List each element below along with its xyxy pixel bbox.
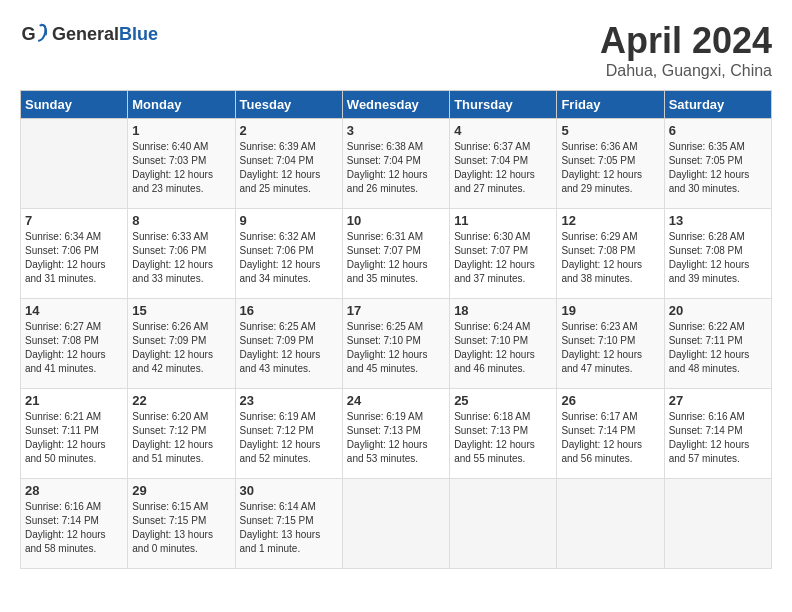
- day-info: Sunrise: 6:29 AMSunset: 7:08 PMDaylight:…: [561, 230, 659, 286]
- logo: G GeneralBlue: [20, 20, 158, 48]
- day-number: 21: [25, 393, 123, 408]
- calendar-cell: 22Sunrise: 6:20 AMSunset: 7:12 PMDayligh…: [128, 389, 235, 479]
- day-info: Sunrise: 6:37 AMSunset: 7:04 PMDaylight:…: [454, 140, 552, 196]
- calendar-cell: 15Sunrise: 6:26 AMSunset: 7:09 PMDayligh…: [128, 299, 235, 389]
- day-info: Sunrise: 6:38 AMSunset: 7:04 PMDaylight:…: [347, 140, 445, 196]
- logo-text: GeneralBlue: [52, 24, 158, 45]
- day-info: Sunrise: 6:36 AMSunset: 7:05 PMDaylight:…: [561, 140, 659, 196]
- calendar-cell: [450, 479, 557, 569]
- weekday-row: SundayMondayTuesdayWednesdayThursdayFrid…: [21, 91, 772, 119]
- calendar-cell: 16Sunrise: 6:25 AMSunset: 7:09 PMDayligh…: [235, 299, 342, 389]
- calendar-cell: 9Sunrise: 6:32 AMSunset: 7:06 PMDaylight…: [235, 209, 342, 299]
- day-number: 1: [132, 123, 230, 138]
- calendar-cell: 26Sunrise: 6:17 AMSunset: 7:14 PMDayligh…: [557, 389, 664, 479]
- day-number: 22: [132, 393, 230, 408]
- day-info: Sunrise: 6:26 AMSunset: 7:09 PMDaylight:…: [132, 320, 230, 376]
- day-number: 12: [561, 213, 659, 228]
- calendar-cell: 13Sunrise: 6:28 AMSunset: 7:08 PMDayligh…: [664, 209, 771, 299]
- day-info: Sunrise: 6:28 AMSunset: 7:08 PMDaylight:…: [669, 230, 767, 286]
- calendar-cell: 12Sunrise: 6:29 AMSunset: 7:08 PMDayligh…: [557, 209, 664, 299]
- day-info: Sunrise: 6:32 AMSunset: 7:06 PMDaylight:…: [240, 230, 338, 286]
- day-number: 9: [240, 213, 338, 228]
- day-number: 30: [240, 483, 338, 498]
- calendar-cell: 30Sunrise: 6:14 AMSunset: 7:15 PMDayligh…: [235, 479, 342, 569]
- svg-text:G: G: [21, 24, 35, 44]
- calendar-cell: 20Sunrise: 6:22 AMSunset: 7:11 PMDayligh…: [664, 299, 771, 389]
- calendar-cell: 5Sunrise: 6:36 AMSunset: 7:05 PMDaylight…: [557, 119, 664, 209]
- calendar-week-row: 28Sunrise: 6:16 AMSunset: 7:14 PMDayligh…: [21, 479, 772, 569]
- day-number: 15: [132, 303, 230, 318]
- month-title: April 2024: [600, 20, 772, 62]
- calendar-cell: 3Sunrise: 6:38 AMSunset: 7:04 PMDaylight…: [342, 119, 449, 209]
- calendar-cell: 24Sunrise: 6:19 AMSunset: 7:13 PMDayligh…: [342, 389, 449, 479]
- day-number: 26: [561, 393, 659, 408]
- logo-blue: Blue: [119, 24, 158, 44]
- calendar-cell: 2Sunrise: 6:39 AMSunset: 7:04 PMDaylight…: [235, 119, 342, 209]
- day-number: 2: [240, 123, 338, 138]
- day-info: Sunrise: 6:20 AMSunset: 7:12 PMDaylight:…: [132, 410, 230, 466]
- calendar-cell: 7Sunrise: 6:34 AMSunset: 7:06 PMDaylight…: [21, 209, 128, 299]
- day-info: Sunrise: 6:31 AMSunset: 7:07 PMDaylight:…: [347, 230, 445, 286]
- day-number: 6: [669, 123, 767, 138]
- day-number: 27: [669, 393, 767, 408]
- day-number: 3: [347, 123, 445, 138]
- day-info: Sunrise: 6:19 AMSunset: 7:13 PMDaylight:…: [347, 410, 445, 466]
- calendar-cell: 28Sunrise: 6:16 AMSunset: 7:14 PMDayligh…: [21, 479, 128, 569]
- day-info: Sunrise: 6:33 AMSunset: 7:06 PMDaylight:…: [132, 230, 230, 286]
- calendar-header: SundayMondayTuesdayWednesdayThursdayFrid…: [21, 91, 772, 119]
- calendar-cell: 10Sunrise: 6:31 AMSunset: 7:07 PMDayligh…: [342, 209, 449, 299]
- day-info: Sunrise: 6:14 AMSunset: 7:15 PMDaylight:…: [240, 500, 338, 556]
- day-number: 14: [25, 303, 123, 318]
- day-number: 23: [240, 393, 338, 408]
- calendar-cell: [664, 479, 771, 569]
- calendar-cell: 11Sunrise: 6:30 AMSunset: 7:07 PMDayligh…: [450, 209, 557, 299]
- weekday-header: Friday: [557, 91, 664, 119]
- calendar-table: SundayMondayTuesdayWednesdayThursdayFrid…: [20, 90, 772, 569]
- title-area: April 2024 Dahua, Guangxi, China: [600, 20, 772, 80]
- calendar-cell: 6Sunrise: 6:35 AMSunset: 7:05 PMDaylight…: [664, 119, 771, 209]
- day-info: Sunrise: 6:35 AMSunset: 7:05 PMDaylight:…: [669, 140, 767, 196]
- day-info: Sunrise: 6:34 AMSunset: 7:06 PMDaylight:…: [25, 230, 123, 286]
- day-number: 10: [347, 213, 445, 228]
- calendar-cell: 21Sunrise: 6:21 AMSunset: 7:11 PMDayligh…: [21, 389, 128, 479]
- day-number: 4: [454, 123, 552, 138]
- day-info: Sunrise: 6:17 AMSunset: 7:14 PMDaylight:…: [561, 410, 659, 466]
- weekday-header: Thursday: [450, 91, 557, 119]
- calendar-week-row: 7Sunrise: 6:34 AMSunset: 7:06 PMDaylight…: [21, 209, 772, 299]
- calendar-cell: 1Sunrise: 6:40 AMSunset: 7:03 PMDaylight…: [128, 119, 235, 209]
- weekday-header: Wednesday: [342, 91, 449, 119]
- calendar-week-row: 14Sunrise: 6:27 AMSunset: 7:08 PMDayligh…: [21, 299, 772, 389]
- calendar-cell: 27Sunrise: 6:16 AMSunset: 7:14 PMDayligh…: [664, 389, 771, 479]
- calendar-cell: 18Sunrise: 6:24 AMSunset: 7:10 PMDayligh…: [450, 299, 557, 389]
- calendar-cell: 29Sunrise: 6:15 AMSunset: 7:15 PMDayligh…: [128, 479, 235, 569]
- day-number: 13: [669, 213, 767, 228]
- logo-icon: G: [20, 20, 48, 48]
- calendar-week-row: 21Sunrise: 6:21 AMSunset: 7:11 PMDayligh…: [21, 389, 772, 479]
- day-info: Sunrise: 6:16 AMSunset: 7:14 PMDaylight:…: [669, 410, 767, 466]
- day-info: Sunrise: 6:30 AMSunset: 7:07 PMDaylight:…: [454, 230, 552, 286]
- calendar-body: 1Sunrise: 6:40 AMSunset: 7:03 PMDaylight…: [21, 119, 772, 569]
- day-info: Sunrise: 6:24 AMSunset: 7:10 PMDaylight:…: [454, 320, 552, 376]
- day-number: 8: [132, 213, 230, 228]
- weekday-header: Monday: [128, 91, 235, 119]
- calendar-cell: 8Sunrise: 6:33 AMSunset: 7:06 PMDaylight…: [128, 209, 235, 299]
- day-number: 17: [347, 303, 445, 318]
- logo-general: General: [52, 24, 119, 44]
- calendar-cell: 25Sunrise: 6:18 AMSunset: 7:13 PMDayligh…: [450, 389, 557, 479]
- day-number: 20: [669, 303, 767, 318]
- calendar-cell: 19Sunrise: 6:23 AMSunset: 7:10 PMDayligh…: [557, 299, 664, 389]
- day-info: Sunrise: 6:16 AMSunset: 7:14 PMDaylight:…: [25, 500, 123, 556]
- calendar-cell: 17Sunrise: 6:25 AMSunset: 7:10 PMDayligh…: [342, 299, 449, 389]
- weekday-header: Tuesday: [235, 91, 342, 119]
- day-info: Sunrise: 6:25 AMSunset: 7:09 PMDaylight:…: [240, 320, 338, 376]
- day-number: 11: [454, 213, 552, 228]
- location-title: Dahua, Guangxi, China: [600, 62, 772, 80]
- day-info: Sunrise: 6:27 AMSunset: 7:08 PMDaylight:…: [25, 320, 123, 376]
- day-number: 5: [561, 123, 659, 138]
- calendar-week-row: 1Sunrise: 6:40 AMSunset: 7:03 PMDaylight…: [21, 119, 772, 209]
- day-info: Sunrise: 6:40 AMSunset: 7:03 PMDaylight:…: [132, 140, 230, 196]
- weekday-header: Sunday: [21, 91, 128, 119]
- page-header: G GeneralBlue April 2024 Dahua, Guangxi,…: [20, 20, 772, 80]
- day-info: Sunrise: 6:23 AMSunset: 7:10 PMDaylight:…: [561, 320, 659, 376]
- day-info: Sunrise: 6:18 AMSunset: 7:13 PMDaylight:…: [454, 410, 552, 466]
